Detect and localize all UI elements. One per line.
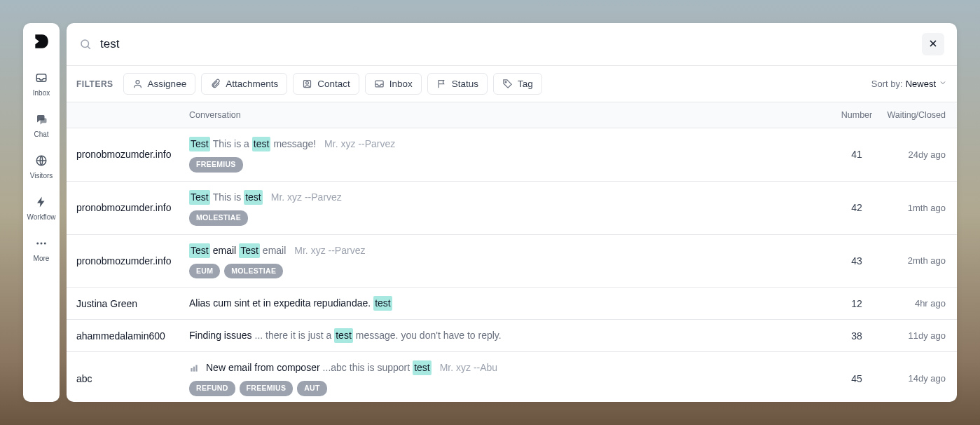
filter-attachments[interactable]: Attachments (201, 73, 287, 95)
tag-badge: REFUND (189, 381, 235, 396)
number-cell: 38 (834, 330, 880, 342)
filter-status[interactable]: Status (427, 73, 488, 95)
nav-workflow[interactable]: Workflow (27, 195, 56, 221)
nav-label: Workflow (27, 213, 56, 221)
highlight: test (334, 328, 353, 343)
highlight: test (373, 296, 392, 311)
nav-inbox[interactable]: Inbox (33, 71, 50, 97)
highlight: test (244, 190, 263, 205)
nav-visitors[interactable]: Visitors (30, 154, 53, 180)
tag-badge: MOLESTIAE (224, 264, 283, 279)
title-text: New email from composer (206, 360, 320, 375)
number-cell: 45 (834, 373, 880, 384)
nav-label: Inbox (33, 89, 50, 97)
table-header: Conversation Number Waiting/Closed (67, 102, 957, 128)
svg-point-3 (40, 243, 42, 245)
nav-more[interactable]: More (34, 236, 50, 262)
preview-text: message. you don't have to reply. (356, 328, 502, 343)
main-panel: FILTERS Assignee Attachments Contact Inb… (67, 23, 957, 402)
filter-inbox[interactable]: Inbox (365, 73, 422, 95)
tag-badge: FREEMIUS (240, 381, 294, 396)
table-row[interactable]: pronobmozumder.infoTest email Test email… (67, 235, 957, 288)
nav-label: More (34, 255, 50, 262)
svg-point-2 (36, 243, 39, 245)
filter-row: FILTERS Assignee Attachments Contact Inb… (67, 66, 957, 102)
preview-text: ... there it is just a (255, 328, 332, 343)
inbox-icon (34, 71, 48, 85)
conversation-cell: Test This is a test message!Mr. xyz --Pa… (189, 128, 834, 181)
globe-icon (34, 154, 48, 168)
conversation-cell: Finding issues ... there it is just a te… (189, 320, 834, 351)
table-row[interactable]: abcNew email from composer ...abc this i… (67, 352, 957, 402)
filter-tag[interactable]: Tag (493, 73, 542, 95)
filter-assignee[interactable]: Assignee (123, 73, 196, 95)
title-text: Alias cum sint et in expedita repudianda… (189, 296, 371, 311)
paperclip-icon (210, 79, 221, 89)
highlight: Test (189, 190, 210, 205)
table-row[interactable]: pronobmozumder.infoTest This is a test m… (67, 128, 957, 182)
svg-point-8 (306, 81, 309, 84)
table-row[interactable]: pronobmozumder.infoTest This is testMr. … (67, 182, 957, 235)
bar-chart-icon (189, 363, 199, 373)
filter-label-text: Tag (518, 79, 533, 89)
sender-cell: pronobmozumder.info (67, 149, 189, 160)
filter-contact[interactable]: Contact (293, 73, 359, 95)
preview-text: message! (273, 137, 316, 151)
app-logo (32, 32, 51, 51)
search-input[interactable] (100, 37, 913, 51)
preview-text: This is a (213, 137, 249, 151)
dots-icon (34, 236, 48, 250)
highlight: Test (239, 243, 260, 258)
meta-text: Mr. xyz --Parvez (271, 190, 342, 205)
waiting-cell: 11dy ago (880, 330, 957, 341)
svg-rect-13 (195, 365, 197, 371)
waiting-cell: 24dy ago (880, 149, 957, 160)
sort-value: Newest (906, 79, 936, 89)
highlight: test (413, 360, 432, 375)
header-number: Number (834, 110, 880, 120)
results-list: pronobmozumder.infoTest This is a test m… (67, 128, 957, 402)
sender-cell: ahammedalamin600 (67, 330, 189, 342)
sort-dropdown[interactable]: Sort by: Newest (871, 79, 947, 89)
person-icon (132, 79, 143, 89)
sender-cell: abc (67, 373, 189, 384)
title-text: Finding issues (189, 328, 252, 343)
tag-badge: FREEMIUS (189, 157, 243, 173)
filter-label-text: Inbox (389, 79, 413, 89)
svg-point-10 (505, 81, 506, 83)
number-cell: 43 (834, 255, 880, 267)
conversation-cell: New email from composer ...abc this is s… (189, 352, 834, 402)
header-conversation: Conversation (189, 110, 834, 120)
nav-chat[interactable]: Chat (34, 112, 48, 138)
table-row[interactable]: Justina GreenAlias cum sint et in expedi… (67, 288, 957, 320)
sender-cell: pronobmozumder.info (67, 202, 189, 213)
search-icon (79, 38, 92, 50)
close-button[interactable] (922, 33, 944, 55)
tag-badge: MOLESTIAE (189, 210, 248, 226)
sidebar: Inbox Chat Visitors Workflow More (23, 23, 60, 402)
waiting-cell: 1mth ago (880, 203, 957, 213)
tag-icon (502, 79, 513, 89)
header-waiting: Waiting/Closed (880, 110, 957, 120)
filter-label-text: Status (452, 79, 478, 89)
chevron-down-icon (939, 79, 947, 89)
filters-label: FILTERS (76, 79, 113, 89)
highlight: Test (189, 137, 210, 151)
nav-label: Visitors (30, 172, 53, 180)
svg-point-4 (44, 243, 46, 245)
close-icon (927, 38, 939, 51)
svg-rect-12 (193, 366, 195, 371)
preview-text: ...abc this is support (323, 360, 410, 375)
table-row[interactable]: ahammedalamin600Finding issues ... there… (67, 320, 957, 352)
meta-text: Mr. xyz --Parvez (294, 243, 365, 258)
filter-label-text: Assignee (148, 79, 187, 89)
highlight: test (252, 137, 271, 151)
number-cell: 12 (834, 298, 880, 309)
number-cell: 41 (834, 149, 880, 160)
svg-rect-11 (191, 368, 192, 372)
filter-label-text: Attachments (226, 79, 278, 89)
search-bar (67, 23, 957, 66)
chat-icon (34, 112, 48, 126)
preview-text: email (263, 243, 286, 258)
meta-text: Mr. xyz --Abu (440, 360, 497, 375)
